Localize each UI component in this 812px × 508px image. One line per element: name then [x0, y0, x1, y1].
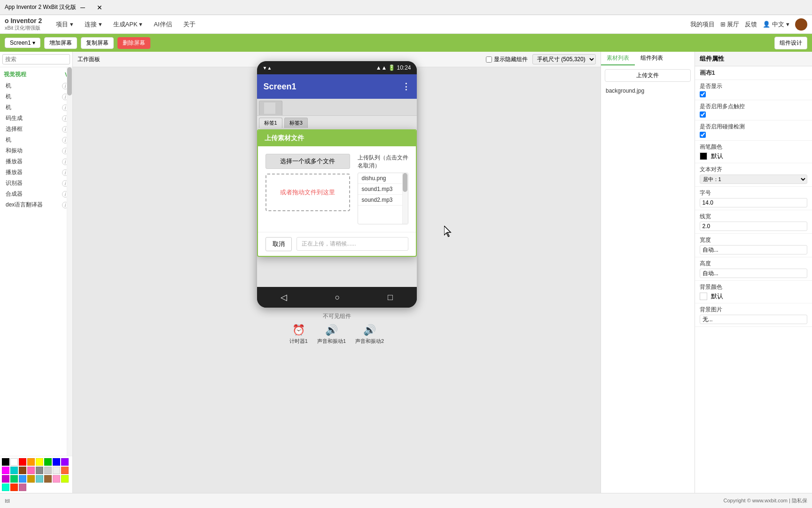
close-button[interactable]: ✕ — [93, 3, 106, 12]
my-projects[interactable]: 我的项目 — [690, 20, 715, 29]
choose-file-button[interactable]: 选择一个或多个文件 — [265, 154, 350, 169]
section-header[interactable]: 视觉视程 V — [0, 69, 72, 80]
color-swatch-black[interactable] — [2, 458, 9, 466]
menu-build[interactable]: 生成APK ▾ — [109, 18, 148, 31]
color-swatch-purple[interactable] — [61, 458, 69, 466]
list-item[interactable]: 机 i — [0, 135, 72, 145]
tab-components[interactable]: 组件列表 — [635, 52, 669, 65]
menu-ai[interactable]: AI伴侣 — [149, 18, 176, 31]
user-avatar[interactable] — [795, 18, 807, 31]
queue-item-2[interactable]: sound1.mp3 — [358, 184, 408, 195]
line-width-input[interactable] — [700, 222, 807, 231]
show-hidden-checkbox[interactable] — [486, 56, 492, 63]
tab-assets[interactable]: 素材列表 — [601, 52, 635, 65]
color-swatch-orange[interactable] — [27, 458, 35, 466]
color-swatch-offwhite[interactable] — [53, 467, 60, 474]
screen-selector[interactable]: Screen1 ▾ — [5, 38, 40, 48]
timer-icon: ⏰ — [292, 324, 305, 336]
color-swatch-gold[interactable] — [27, 475, 35, 483]
bg-color-value: 默认 — [711, 292, 723, 301]
height-input[interactable] — [700, 269, 807, 278]
list-item[interactable]: 机 i — [0, 102, 72, 113]
width-input[interactable] — [700, 245, 807, 254]
phone-body: 标签1 标签3 上传素材文件 选择一个或多个文件 — [257, 99, 417, 287]
color-swatch-aqua[interactable] — [2, 484, 9, 491]
timer-item[interactable]: ⏰ 计时器1 — [289, 324, 308, 345]
color-swatch-tan[interactable] — [44, 475, 52, 483]
text-align-select[interactable]: 居中：1 — [700, 175, 807, 184]
search-input[interactable] — [2, 54, 70, 64]
bg-image-input[interactable] — [700, 315, 807, 324]
drop-zone-text: 或者拖动文件到这里 — [280, 188, 335, 197]
feedback[interactable]: 反馈 — [745, 20, 757, 29]
color-swatch-rose[interactable] — [53, 475, 60, 483]
size-selector[interactable]: 手机尺寸 (505,320) — [532, 54, 596, 64]
sound-vibrate-2-item[interactable]: 🔊 声音和振动2 — [355, 324, 384, 345]
menu-connect[interactable]: 连接 ▾ — [80, 18, 107, 31]
component-design-button[interactable]: 组件设计 — [774, 37, 807, 49]
queue-scroll-thumb[interactable] — [403, 173, 407, 192]
nav-square-button[interactable]: □ — [388, 293, 393, 302]
color-swatch-mint[interactable] — [10, 475, 18, 483]
list-item[interactable]: 选择框 i — [0, 124, 72, 135]
nav-home-button[interactable]: ○ — [335, 293, 340, 302]
left-panel: 视觉视程 V 机 i 机 i 机 i 码生成 i — [0, 52, 73, 493]
list-item[interactable]: 码生成 i — [0, 113, 72, 124]
color-swatch-scarlet[interactable] — [10, 484, 18, 491]
color-swatch-violet[interactable] — [2, 475, 9, 483]
font-size-input[interactable] — [700, 198, 807, 207]
color-swatch-lightgray[interactable] — [44, 467, 52, 474]
color-swatch-green[interactable] — [44, 458, 52, 466]
sound-vibrate-1-item[interactable]: 🔊 声音和振动1 — [317, 324, 346, 345]
queue-scrollbar[interactable] — [402, 173, 408, 224]
list-item[interactable]: 播放器 i — [0, 167, 72, 178]
multitouch-checkbox[interactable] — [700, 111, 706, 118]
visible-checkbox[interactable] — [700, 91, 706, 97]
list-item[interactable]: 播放器 i — [0, 156, 72, 167]
color-swatch-gray[interactable] — [36, 467, 43, 474]
left-scrollbar[interactable] — [67, 67, 72, 456]
color-swatch-yellow[interactable] — [36, 458, 43, 466]
color-swatch-skyblue[interactable] — [19, 475, 26, 483]
collision-checkbox[interactable] — [700, 132, 706, 138]
color-swatch-lime[interactable] — [61, 475, 69, 483]
nav-back-button[interactable]: ◁ — [281, 292, 287, 302]
list-item[interactable]: 合成器 i — [0, 189, 72, 199]
list-item[interactable]: 和振动 i — [0, 145, 72, 156]
color-swatch-cyan[interactable] — [10, 467, 18, 474]
color-swatch-brown[interactable] — [19, 467, 26, 474]
list-item[interactable]: 机 i — [0, 80, 72, 91]
language-selector[interactable]: 👤 中文 ▾ — [763, 20, 789, 29]
phone-status-bar: ▼▲ ▲▲ 🔋 10:24 — [257, 61, 417, 74]
minimize-button[interactable]: ─ — [76, 3, 89, 12]
color-swatch-pink[interactable] — [27, 467, 35, 474]
color-swatch-blue[interactable] — [53, 458, 60, 466]
menu-project[interactable]: 项目 ▾ — [51, 18, 78, 31]
gallery[interactable]: ⊞ 展厅 — [720, 20, 740, 29]
left-scroll-thumb[interactable] — [67, 67, 72, 95]
assets-panel: 素材列表 组件列表 上传文件 background.jpg — [601, 52, 695, 493]
color-swatch-magenta[interactable] — [2, 467, 9, 474]
asset-item-background[interactable]: background.jpg — [601, 86, 695, 96]
prop-row-linewidth: 线宽 — [695, 210, 812, 234]
copy-screen-button[interactable]: 复制屏幕 — [81, 37, 114, 49]
upload-file-button[interactable]: 上传文件 — [605, 69, 691, 82]
cancel-button[interactable]: 取消 — [265, 237, 292, 251]
queue-item-1[interactable]: dishu.png — [358, 173, 408, 184]
menu-about[interactable]: 关于 — [179, 18, 200, 31]
menu-items: 项目 ▾ 连接 ▾ 生成APK ▾ AI伴侣 关于 — [51, 18, 690, 31]
window-controls: ─ ✕ — [76, 3, 106, 12]
color-swatch-teal[interactable] — [36, 475, 43, 483]
list-item[interactable]: 机 i — [0, 91, 72, 102]
queue-item-3[interactable]: sound2.mp3 — [358, 195, 408, 206]
color-swatch-red[interactable] — [19, 458, 26, 466]
color-swatch-white[interactable] — [10, 458, 18, 466]
drop-zone[interactable]: 或者拖动文件到这里 — [265, 174, 350, 211]
add-screen-button[interactable]: 增加屏幕 — [44, 37, 77, 49]
color-swatch-coral[interactable] — [61, 467, 69, 474]
prop-row-collision: 是否启用碰撞检测 — [695, 120, 812, 141]
delete-screen-button[interactable]: 删除屏幕 — [117, 37, 150, 49]
color-swatch-mauve[interactable] — [19, 484, 26, 491]
list-item[interactable]: 识别器 i — [0, 178, 72, 189]
list-item[interactable]: dex语言翻译器 i — [0, 199, 72, 210]
